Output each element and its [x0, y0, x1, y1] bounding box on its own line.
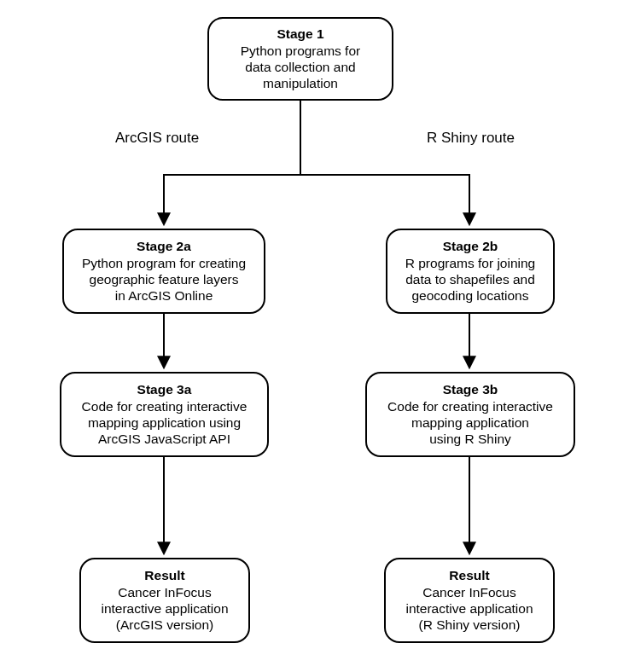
stage1-text: Python programs for data collection and …: [241, 43, 360, 92]
route-left-label: ArcGIS route: [115, 130, 199, 147]
stage3a-title: Stage 3a: [137, 381, 192, 397]
stage2b-title: Stage 2b: [443, 238, 498, 254]
stage1-title: Stage 1: [277, 26, 323, 42]
stage3a-text: Code for creating interactive mapping ap…: [82, 398, 248, 448]
result-a-text: Cancer InFocus interactive application (…: [101, 584, 228, 634]
stage3b-box: Stage 3b Code for creating interactive m…: [365, 372, 575, 457]
stage3b-text: Code for creating interactive mapping ap…: [387, 398, 553, 448]
result-b-title: Result: [449, 567, 489, 583]
stage2a-box: Stage 2a Python program for creating geo…: [62, 229, 265, 314]
result-a-box: Result Cancer InFocus interactive applic…: [79, 558, 250, 643]
stage2b-text: R programs for joining data to shapefile…: [405, 255, 535, 304]
stage3b-title: Stage 3b: [443, 381, 498, 397]
stage3a-box: Stage 3a Code for creating interactive m…: [60, 372, 269, 457]
stage2b-box: Stage 2b R programs for joining data to …: [386, 229, 555, 314]
result-b-box: Result Cancer InFocus interactive applic…: [384, 558, 555, 643]
result-a-title: Result: [144, 567, 184, 583]
route-right-label: R Shiny route: [427, 130, 515, 147]
stage1-box: Stage 1 Python programs for data collect…: [207, 17, 393, 101]
stage2a-text: Python program for creating geographic f…: [82, 255, 246, 304]
result-b-text: Cancer InFocus interactive application (…: [405, 584, 533, 634]
stage2a-title: Stage 2a: [137, 238, 191, 254]
